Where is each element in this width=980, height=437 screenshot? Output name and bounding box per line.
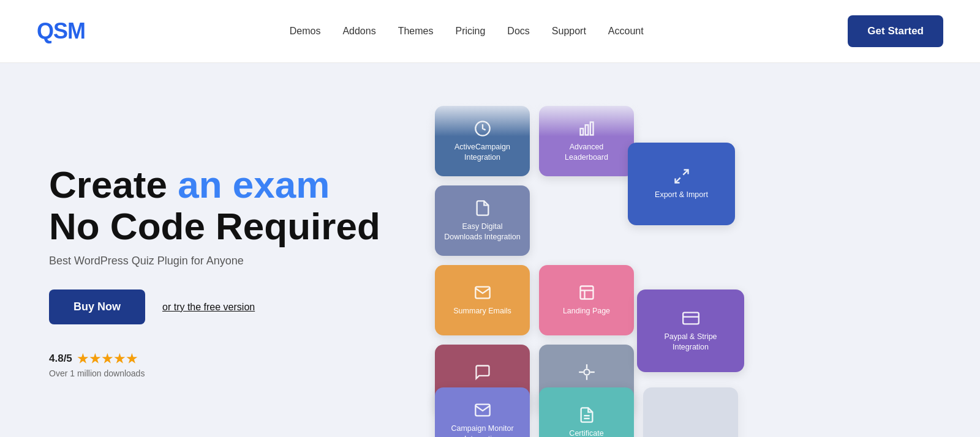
hero-title-line2: No Code Required: [49, 205, 380, 247]
card-campaign: Campaign Monitor Integration: [435, 387, 530, 437]
svg-line-5: [675, 178, 680, 183]
stars-icon: ★★★★★: [77, 351, 138, 366]
svg-rect-6: [580, 286, 593, 299]
nav-support[interactable]: Support: [552, 26, 586, 37]
hero-right: ActiveCampaign Integration Advanced Lead…: [417, 100, 931, 437]
header: QSM Demos Addons Themes Pricing Docs Sup…: [0, 0, 980, 63]
nav-themes[interactable]: Themes: [398, 26, 434, 37]
svg-line-4: [683, 170, 688, 175]
hero-buttons: Buy Now or try the free version: [49, 289, 392, 324]
downloads-text: Over 1 million downloads: [49, 368, 392, 378]
card-landing: Landing Page: [539, 265, 634, 335]
nav-account[interactable]: Account: [608, 26, 644, 37]
hero-subtitle: Best WordPress Quiz Plugin for Anyone: [49, 255, 392, 267]
nav-demos[interactable]: Demos: [290, 26, 321, 37]
nav-pricing[interactable]: Pricing: [455, 26, 485, 37]
card-extra: [643, 387, 738, 437]
get-started-button[interactable]: Get Started: [848, 15, 943, 47]
nav-docs[interactable]: Docs: [507, 26, 529, 37]
svg-point-11: [584, 370, 589, 375]
logo: QSM: [37, 18, 85, 44]
rating-row: 4.8/5 ★★★★★ Over 1 million downloads: [49, 351, 392, 378]
hero-section: Create an exam No Code Required Best Wor…: [0, 63, 980, 437]
buy-now-button[interactable]: Buy Now: [49, 289, 145, 324]
nav-addons[interactable]: Addons: [342, 26, 375, 37]
rating-value: 4.8/5: [49, 353, 72, 365]
free-version-link[interactable]: or try the free version: [162, 302, 255, 313]
card-export: Export & Import: [628, 143, 735, 225]
hero-title-plain: Create: [49, 163, 178, 206]
card-paypal: Paypal & Stripe Integration: [637, 289, 744, 372]
hero-title: Create an exam No Code Required: [49, 164, 392, 247]
hero-left: Create an exam No Code Required Best Wor…: [49, 164, 392, 378]
card-summary: Summary Emails: [435, 265, 530, 335]
rating-score: 4.8/5 ★★★★★: [49, 351, 392, 366]
hero-title-highlight: an exam: [178, 163, 330, 206]
card-certificate: Certificate: [539, 387, 634, 437]
card-edd: Easy Digital Downloads Integration: [435, 185, 530, 256]
svg-rect-9: [683, 313, 699, 324]
main-nav: Demos Addons Themes Pricing Docs Support…: [290, 26, 644, 37]
